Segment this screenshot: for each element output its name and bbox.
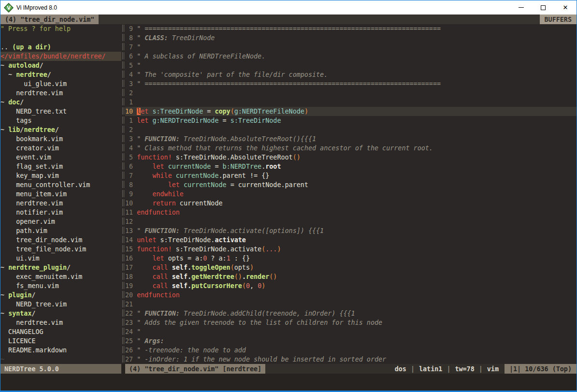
tree-item[interactable]: key_map.vim <box>0 171 121 180</box>
minimize-button[interactable] <box>510 0 532 15</box>
tree-item[interactable]: ui_glue.vim <box>0 79 121 88</box>
token-tx: nerdtree.vim <box>0 200 63 207</box>
tree-item[interactable]: exec_menuitem.vim <box>0 272 121 281</box>
tree-item[interactable]: event.vim <box>0 153 121 162</box>
code-line[interactable]: 23 " Adds the given treenode to the list… <box>125 318 577 327</box>
tree-item[interactable]: nerdtree.vim <box>0 318 121 327</box>
token-kw: unlet <box>137 236 156 244</box>
code-line[interactable]: 26 " -treenode: the node to add <box>125 346 577 355</box>
code-line[interactable]: 7 " <box>125 43 577 52</box>
token-kw: function! <box>137 154 172 161</box>
tree-item[interactable]: ~ doc/ <box>0 98 121 107</box>
code-line[interactable]: 1 <box>125 98 577 107</box>
token-kw: function! <box>137 246 172 253</box>
code-line[interactable]: 6 let currentNode = b:NERDTree.root <box>125 162 577 171</box>
code-line[interactable]: 25 " Args: <box>125 336 577 346</box>
tree-item[interactable]: ~ autoload/ <box>0 61 121 70</box>
token-tx <box>137 163 152 170</box>
token-tl: currentNode <box>168 163 211 170</box>
tree-item[interactable]: ~ nerdtree/ <box>0 70 121 79</box>
code-line[interactable]: 17 call self.toggleOpen(opts) <box>125 263 577 272</box>
tree-item[interactable]: fs_menu.vim <box>0 281 121 290</box>
tree-item[interactable]: " Press ? for help <box>0 24 121 33</box>
tree-item[interactable]: path.vim <box>0 226 121 235</box>
token-txb: root <box>265 163 281 170</box>
token-txb: self. <box>172 282 191 290</box>
code-line[interactable]: 2 <box>125 88 577 98</box>
token-tx: .parent != {} <box>219 172 270 179</box>
code-line[interactable]: 13 " FUNCTION: TreeDirNode.activate([opt… <box>125 226 577 235</box>
tree-item[interactable]: NERD_tree.txt <box>0 107 121 116</box>
tree-item[interactable]: nerdtree.vim <box>0 199 121 208</box>
code-line[interactable]: 5 " <box>125 61 577 70</box>
tree-item[interactable]: menu_item.vim <box>0 189 121 199</box>
code-line[interactable]: 1 let g:NERDTreeDirNode = s:TreeDirNode <box>125 116 577 125</box>
code-line[interactable]: 2 <box>125 125 577 134</box>
code-line[interactable]: 3 " ====================================… <box>125 79 577 88</box>
window-title: Vi IMproved 8.0 <box>16 4 57 11</box>
tree-item[interactable]: tags <box>0 116 121 125</box>
code-line[interactable]: 11 endfunction <box>125 208 577 217</box>
tree-item[interactable] <box>0 33 121 43</box>
token-tx: ~ <box>0 126 8 133</box>
tree-item[interactable]: ~ syntax/ <box>0 309 121 318</box>
code-line[interactable]: 20 endfunction <box>125 290 577 300</box>
tree-item[interactable]: creator.vim <box>0 144 121 153</box>
tree-item[interactable]: tree_dir_node.vim <box>0 235 121 245</box>
tree-item[interactable]: CHANGELOG <box>0 327 121 336</box>
close-icon: ✕ <box>563 4 568 11</box>
token-fn: getNerdtree <box>191 273 234 280</box>
code-line[interactable]: 8 " CLASS: TreeDirNode <box>125 33 577 43</box>
tree-item[interactable]: menu_controller.vim <box>0 180 121 189</box>
tree-item[interactable]: ~ nerdtree_plugin/ <box>0 263 121 272</box>
line-number: 6 <box>125 163 137 170</box>
code-line[interactable]: 16 let opts = a:0 ? a:1 : {} <box>125 254 577 263</box>
code-line[interactable]: 19 call self.putCursorHere(0, 0) <box>125 281 577 290</box>
code-line[interactable]: 27 " -inOrder: 1 if the new node should … <box>125 355 577 364</box>
code-line[interactable]: 7 while currentNode.parent != {} <box>125 171 577 180</box>
line-number: 4 <box>125 145 137 152</box>
token-tx <box>172 172 176 179</box>
tree-item[interactable]: opener.vim <box>0 217 121 226</box>
tab-active-buffer[interactable]: (4) "tree_dir_node.vim" <box>0 15 99 24</box>
code-line[interactable]: 12 <box>125 217 577 226</box>
tree-item[interactable]: flag_set.vim <box>0 162 121 171</box>
code-line[interactable]: 10 return currentNode <box>125 199 577 208</box>
tree-root-item[interactable]: </vimfiles/bundle/nerdtree/ <box>0 52 121 61</box>
tree-item[interactable]: NERD_tree.vim <box>0 300 121 309</box>
code-line-current[interactable]: 10 let s:TreeDirNode = copy(g:NERDTreeFi… <box>125 107 577 116</box>
code-line[interactable]: 24 " <box>125 327 577 336</box>
tree-item[interactable]: ~ plugin/ <box>0 290 121 300</box>
tree-item[interactable]: LICENCE <box>0 336 121 346</box>
code-line[interactable]: 15 function! s:TreeDirNode.activate(...) <box>125 245 577 254</box>
code-line[interactable]: 3 " FUNCTION: TreeDirNode.AbsoluteTreeRo… <box>125 134 577 144</box>
code-line[interactable]: 14 unlet s:TreeDirNode.activate <box>125 235 577 245</box>
token-cmb: Args: <box>144 337 164 345</box>
tree-item[interactable]: .. (up a dir) <box>0 43 121 52</box>
tree-item[interactable]: nerdtree.vim <box>0 88 121 98</box>
code-line[interactable]: 9 endwhile <box>125 189 577 199</box>
token-id: g:NERDTreeDirNode <box>152 117 218 124</box>
code-line[interactable]: 6 " A subclass of NERDTreeFileNode. <box>125 52 577 61</box>
tree-item[interactable]: bookmark.vim <box>0 134 121 144</box>
code-line[interactable]: 18 call self.getNerdtree().render() <box>125 272 577 281</box>
tree-item[interactable]: ~ lib/nerdtree/ <box>0 125 121 134</box>
code-line[interactable]: 4 " The 'composite' part of the file/dir… <box>125 70 577 79</box>
code-line[interactable]: 4 " Class method that returns the highes… <box>125 144 577 153</box>
token-kw: et <box>141 108 148 115</box>
tree-item[interactable]: notifier.vim <box>0 208 121 217</box>
nerdtree-panel[interactable]: " Press ? for help.. (up a dir)</vimfile… <box>0 24 121 364</box>
code-line[interactable]: 8 let currentNode = currentNode.parent <box>125 180 577 189</box>
tree-item[interactable]: README.markdown <box>0 346 121 355</box>
maximize-button[interactable] <box>532 0 554 15</box>
window-split-separator[interactable] <box>121 24 125 364</box>
tree-item[interactable]: ~ <box>0 355 121 364</box>
close-button[interactable]: ✕ <box>554 0 577 15</box>
code-line[interactable]: 22 " FUNCTION: TreeDirNode.addChild(tree… <box>125 309 577 318</box>
tree-item[interactable]: ui.vim <box>0 254 121 263</box>
code-line[interactable]: 9 " ====================================… <box>125 24 577 33</box>
editor-panel[interactable]: 9 " ====================================… <box>125 24 577 364</box>
tree-item[interactable]: tree_file_node.vim <box>0 245 121 254</box>
code-line[interactable]: 5 function! s:TreeDirNode.AbsoluteTreeRo… <box>125 153 577 162</box>
code-line[interactable]: 21 <box>125 300 577 309</box>
